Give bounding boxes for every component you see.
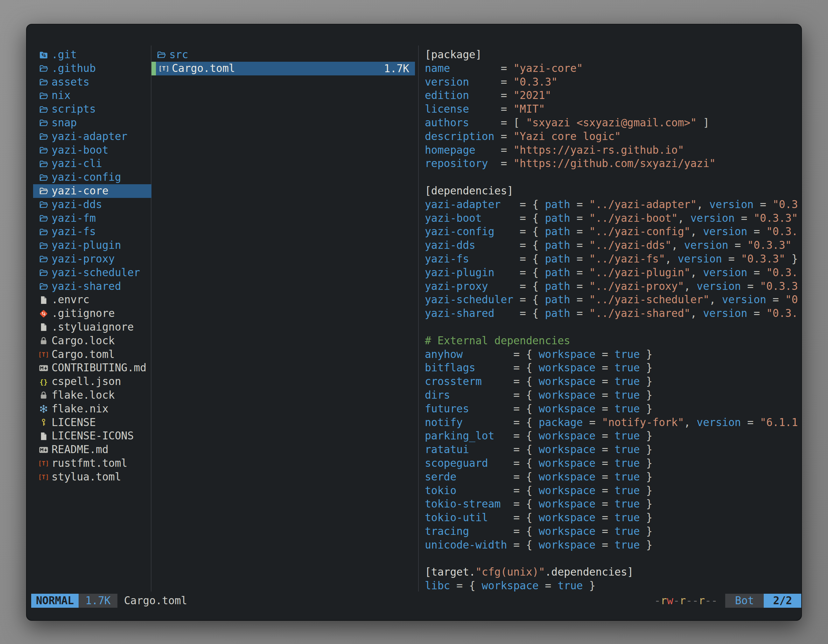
sidebar-item-rustfmt.toml[interactable]: [T]rustfmt.toml [33, 457, 152, 470]
sidebar-item-label: yazi-fs [52, 225, 96, 239]
preview-line: unicode-width = { workspace = true } [425, 538, 801, 552]
preview-line: [package] [425, 48, 801, 62]
file-permissions: -rw-r--r-- [654, 594, 718, 608]
file-icon [39, 431, 49, 441]
sidebar-item-.gitignore[interactable]: .gitignore [33, 307, 152, 320]
sidebar-item-yazi-config[interactable]: yazi-config [33, 171, 152, 184]
sidebar-item-label: Cargo.lock [52, 334, 115, 348]
scroll-position-badge: Bot [725, 594, 764, 608]
sidebar-item-scripts[interactable]: scripts [33, 102, 152, 116]
folder-open-icon [39, 254, 49, 264]
sidebar-item-yazi-boot[interactable]: yazi-boot [33, 144, 152, 157]
sidebar-item-flake.lock[interactable]: flake.lock [33, 389, 152, 402]
svg-text:{}: {} [39, 378, 48, 385]
sidebar-item-yazi-cli[interactable]: yazi-cli [33, 157, 152, 171]
preview-line: homepage = "https://yazi-rs.github.io" [425, 144, 801, 157]
preview-line: tracing = { workspace = true } [425, 525, 801, 538]
sidebar-item-yazi-shared[interactable]: yazi-shared [33, 280, 152, 293]
hovered-item-marker [152, 62, 156, 75]
sidebar-item-cspell.json[interactable]: {}cspell.json [33, 375, 152, 389]
preview-line: yazi-proxy = { path = "../yazi-proxy", v… [425, 280, 801, 293]
sidebar-item-.envrc[interactable]: .envrc [33, 293, 152, 307]
folder-open-icon [39, 173, 49, 182]
sidebar-item-readme.md[interactable]: README.md [33, 443, 152, 457]
folder-open-icon [39, 200, 49, 209]
preview-line: yazi-plugin = { path = "../yazi-plugin",… [425, 266, 801, 280]
folder-open-icon [39, 268, 49, 277]
sidebar-item-snap[interactable]: snap [33, 116, 152, 130]
sidebar-item-nix[interactable]: nix [33, 89, 152, 102]
current-item-src[interactable]: src [152, 48, 415, 62]
sidebar-item-license[interactable]: LICENSE [33, 416, 152, 429]
sidebar-item-flake.nix[interactable]: flake.nix [33, 402, 152, 416]
markdown-icon [39, 445, 49, 455]
preview-line: repository = "https://github.com/sxyazi/… [425, 157, 801, 171]
sidebar-item-contributing.md[interactable]: CONTRIBUTING.md [33, 361, 152, 375]
sidebar-item-label: .git [52, 48, 77, 62]
sidebar-item-yazi-fs[interactable]: yazi-fs [33, 225, 152, 239]
lock-icon [39, 336, 49, 346]
preview-line: dirs = { workspace = true } [425, 389, 801, 402]
preview-line: tokio-stream = { workspace = true } [425, 497, 801, 511]
sidebar-item-label: yazi-proxy [52, 252, 115, 266]
preview-line: yazi-shared = { path = "../yazi-shared",… [425, 307, 801, 320]
sidebar-item-.github[interactable]: .github [33, 62, 152, 75]
sidebar-item-label: yazi-config [52, 171, 121, 184]
toml-icon: [T] [39, 350, 49, 359]
sidebar-item-cargo.toml[interactable]: [T]Cargo.toml [33, 348, 152, 362]
sidebar-item-label: yazi-fm [52, 212, 96, 225]
sidebar-item-label: .github [52, 62, 96, 75]
folder-open-icon [39, 105, 49, 114]
sidebar-item-label: CONTRIBUTING.md [52, 361, 146, 375]
folder-open-icon [157, 50, 166, 60]
status-right-group: -rw-r--r-- Bot 2/2 [654, 594, 801, 608]
preview-line: authors = [ "sxyazi <sxyazi@gmail.com>" … [425, 116, 801, 130]
svg-text:[T]: [T] [39, 460, 49, 467]
sidebar-item-cargo.lock[interactable]: Cargo.lock [33, 334, 152, 348]
preview-line: parking_lot = { workspace = true } [425, 429, 801, 443]
current-item-cargo.toml[interactable]: [T]Cargo.toml1.7K [152, 62, 415, 75]
sidebar-item-yazi-dds[interactable]: yazi-dds [33, 198, 152, 212]
preview-line: yazi-scheduler = { path = "../yazi-sched… [425, 293, 801, 307]
sidebar-item-label: yazi-adapter [52, 130, 127, 144]
folder-open-icon [39, 118, 49, 128]
file-icon [39, 295, 49, 305]
sidebar-item-label: .envrc [52, 293, 89, 307]
sidebar-item-label: flake.nix [52, 402, 108, 416]
permission-char: r [698, 594, 705, 608]
status-bar: NORMAL 1.7K Cargo.toml -rw-r--r-- Bot 2/… [27, 594, 801, 608]
mode-badge: NORMAL [31, 594, 78, 608]
folder-open-icon [39, 146, 49, 155]
folder-open-icon [39, 213, 49, 223]
sidebar-item-yazi-core[interactable]: yazi-core [33, 184, 152, 198]
file-size: 1.7K [384, 63, 415, 75]
sidebar-item-yazi-proxy[interactable]: yazi-proxy [33, 252, 152, 266]
sidebar-item-license-icons[interactable]: LICENSE-ICONS [33, 429, 152, 443]
preview-line: yazi-fs = { path = "../yazi-fs", version… [425, 252, 801, 266]
sidebar-item-yazi-plugin[interactable]: yazi-plugin [33, 239, 152, 252]
sidebar-item-label: yazi-boot [52, 144, 108, 157]
sidebar-item-.styluaignore[interactable]: .styluaignore [33, 320, 152, 334]
sidebar-item-yazi-scheduler[interactable]: yazi-scheduler [33, 266, 152, 280]
sidebar-item-yazi-adapter[interactable]: yazi-adapter [33, 130, 152, 144]
current-item-label: src [169, 48, 188, 62]
preview-line [425, 552, 801, 566]
sidebar-item-label: README.md [52, 443, 108, 457]
preview-line: # External dependencies [425, 334, 801, 348]
sidebar-item-assets[interactable]: assets [33, 75, 152, 89]
toml-icon: [T] [39, 472, 49, 482]
preview-line: [target."cfg(unix)".dependencies] [425, 566, 801, 579]
folder-open-icon [39, 227, 49, 237]
sidebar-item-label: assets [52, 75, 89, 89]
status-filename: Cargo.toml [124, 594, 187, 608]
permission-char: r [680, 594, 686, 608]
folder-open-icon [39, 77, 49, 87]
snowflake-icon [39, 404, 49, 414]
sidebar-item-label: .styluaignore [52, 320, 134, 334]
preview-line: yazi-config = { path = "../yazi-config",… [425, 225, 801, 239]
folder-open-icon [39, 282, 49, 291]
file-size-badge: 1.7K [78, 594, 117, 608]
sidebar-item-stylua.toml[interactable]: [T]stylua.toml [33, 470, 152, 484]
sidebar-item-.git[interactable]: .git [33, 48, 152, 62]
sidebar-item-yazi-fm[interactable]: yazi-fm [33, 212, 152, 225]
